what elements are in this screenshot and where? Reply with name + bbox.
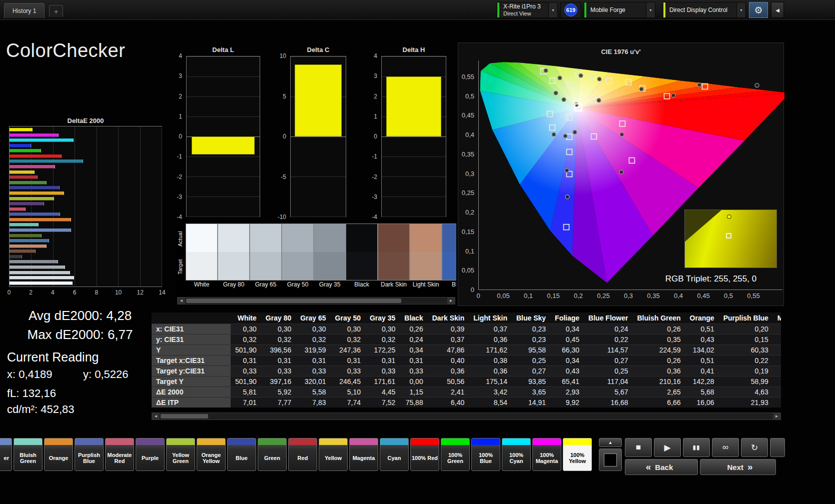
play-button[interactable]: ▶ [654, 438, 681, 457]
deltae-bar [10, 208, 162, 211]
cell-value: 0,30 [231, 324, 261, 334]
swatch-label: Dark Skin [375, 281, 412, 288]
cell-value: 0,32 [296, 334, 330, 345]
chevron-down-icon[interactable]: ▼ [736, 2, 745, 18]
scrollbar-thumb[interactable] [161, 414, 208, 418]
patch-button[interactable]: Moderate Red [105, 438, 134, 471]
cell-value: 501,90 [231, 345, 261, 356]
patch-button[interactable]: 100% Red [410, 438, 439, 471]
color-swatch: Black [346, 224, 377, 280]
row-label: Target Y [152, 376, 231, 387]
bar-fill [10, 266, 65, 269]
patch-button[interactable]: Bluish Green [14, 438, 43, 471]
patch-button[interactable]: 100% Cyan [502, 438, 531, 471]
tick-label: 0 [283, 133, 286, 140]
cell-value: 319,59 [296, 345, 330, 356]
tick-label: 8 [95, 289, 99, 296]
bar-fill [10, 218, 71, 222]
color-swatch: Gray 65 [250, 224, 281, 280]
cell-value: 0,34 [550, 356, 584, 366]
bar-fill [10, 244, 47, 248]
meter-dropdown[interactable]: X-Rite i1Pro 3 Direct View ▼ [497, 2, 558, 18]
column-header: Bluish Green [632, 312, 685, 324]
display-control-dropdown[interactable]: Direct Display Control ▼ [663, 2, 746, 18]
scroll-right-icon[interactable]: ► [773, 413, 780, 420]
cell-value: 0,41 [685, 366, 719, 376]
patch-button[interactable]: Purple [136, 438, 165, 471]
patch-button[interactable]: 100% Magenta [532, 438, 561, 471]
cell-value: 8,54 [469, 398, 512, 408]
scrollbar-thumb[interactable] [186, 298, 401, 303]
bar-fill [10, 154, 62, 158]
cell-value: 0,32 [331, 334, 365, 345]
pause-button[interactable]: ▮▮ [683, 438, 710, 457]
gridline [291, 56, 346, 57]
back-button[interactable]: « Back [625, 459, 698, 475]
cell-value: 0,32 [231, 334, 261, 345]
patch-button[interactable]: 100% Green [441, 438, 470, 471]
patch-button[interactable]: Red [288, 438, 317, 471]
bar-fill [10, 170, 35, 174]
patch-button[interactable]: Yellow [319, 438, 348, 471]
chevron-down-icon[interactable]: ▼ [548, 2, 557, 18]
cell-value: 0,34 [550, 324, 584, 334]
patch-button[interactable]: Green [258, 438, 287, 471]
more-controls-button[interactable] [770, 438, 785, 457]
deltae-bar [10, 144, 162, 148]
scroll-left-icon[interactable]: ◄ [178, 298, 185, 304]
cell-value: 0,22 [719, 356, 773, 366]
cell-value: 0,36 [428, 366, 469, 376]
pattern-square-icon [604, 454, 617, 466]
patch-button[interactable]: Magenta [349, 438, 378, 471]
patch-button[interactable]: Orange Yellow [197, 438, 226, 471]
table-scrollbar[interactable]: ◄ ► [152, 412, 781, 420]
tick-label: 0,3 [465, 170, 474, 177]
patch-button[interactable]: 100% Yellow [563, 438, 592, 471]
cell-value: 0,51 [685, 324, 719, 334]
target-color [346, 252, 377, 280]
stop-button[interactable]: ■ [625, 438, 652, 457]
patch-label: Moderate Red [106, 445, 134, 470]
pattern-window-button[interactable] [599, 448, 622, 471]
cell-value: 0,31 [261, 356, 296, 366]
row-label: ΔE ITP [152, 398, 231, 408]
tab-history-1[interactable]: History 1 [4, 3, 45, 18]
cell-value: 9,92 [550, 398, 584, 408]
patch-button[interactable]: 100% Blue [471, 438, 500, 471]
tick-label: 0,5 [724, 292, 733, 300]
row-label: Y [152, 345, 231, 356]
next-button[interactable]: Next » [700, 459, 776, 475]
zoom-inset [684, 210, 777, 268]
continuous-read-button[interactable]: ∞ [712, 438, 739, 457]
cell-value: 0,33 [365, 366, 400, 376]
patch-button[interactable]: Orange [44, 438, 73, 471]
scroll-left-icon[interactable]: ◄ [152, 413, 160, 420]
target-color [282, 252, 313, 280]
patch-list-up-button[interactable]: ▲ [599, 438, 622, 447]
loop-read-button[interactable]: ↻ [741, 438, 768, 457]
scroll-right-icon[interactable]: ► [447, 298, 455, 304]
cell-value: 0,31 [296, 356, 330, 366]
x-axis-line [478, 290, 782, 290]
cell-value: 0,19 [719, 366, 773, 376]
settings-button[interactable]: ⚙ [749, 2, 768, 18]
patch-label: Yellow [319, 445, 347, 470]
row-label: Target x:CIE31 [152, 356, 231, 366]
patch-button[interactable]: Blue [227, 438, 256, 471]
cell-value: 16,06 [685, 398, 719, 408]
cell-value: 172,25 [365, 345, 400, 356]
patch-label: Bluish Green [14, 445, 42, 470]
patch-button[interactable]: Purplish Blue [75, 438, 104, 471]
collapse-panel-button[interactable]: ◀ [771, 2, 784, 18]
source-dropdown[interactable]: Mobile Forge ▼ [584, 2, 655, 18]
table-row: Y501,90396,56319,59247,36172,250,3447,86… [152, 345, 781, 356]
swatch-scrollbar[interactable]: ◄ ► [177, 297, 455, 304]
bar-fill [10, 149, 41, 152]
bar-fill [10, 144, 31, 148]
chevron-down-icon[interactable]: ▼ [646, 2, 655, 18]
patch-button[interactable]: Yellow Green [166, 438, 195, 471]
patch-button[interactable]: er [0, 438, 12, 471]
swatch-list: WhiteGray 80Gray 65Gray 50Gray 35BlackDa… [186, 224, 456, 280]
new-tab-button[interactable]: + [49, 5, 63, 17]
patch-button[interactable]: Cyan [380, 438, 409, 471]
